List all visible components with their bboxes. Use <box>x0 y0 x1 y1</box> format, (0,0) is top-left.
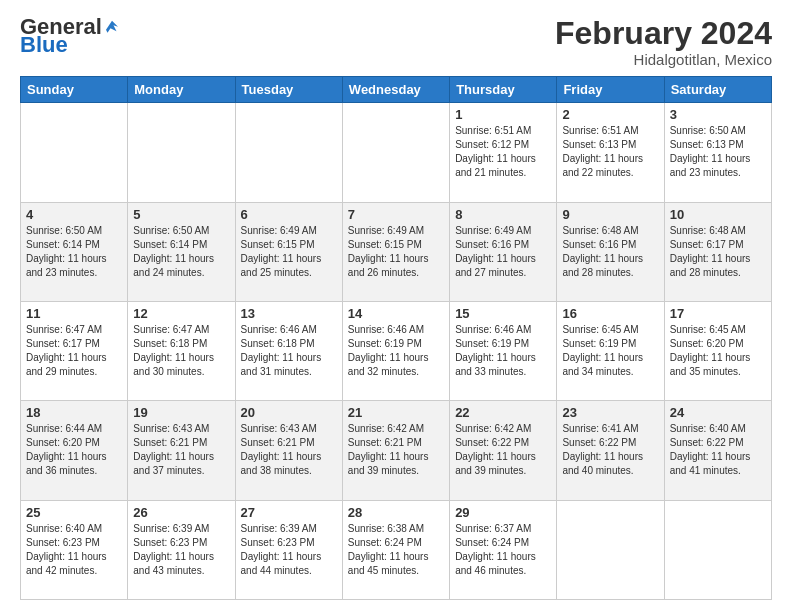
day-info: Sunrise: 6:48 AM Sunset: 6:17 PM Dayligh… <box>670 224 766 280</box>
day-info: Sunrise: 6:42 AM Sunset: 6:22 PM Dayligh… <box>455 422 551 478</box>
day-number: 26 <box>133 505 229 520</box>
calendar-week-row: 11Sunrise: 6:47 AM Sunset: 6:17 PM Dayli… <box>21 301 772 400</box>
day-info: Sunrise: 6:50 AM Sunset: 6:13 PM Dayligh… <box>670 124 766 180</box>
day-info: Sunrise: 6:43 AM Sunset: 6:21 PM Dayligh… <box>241 422 337 478</box>
col-sunday: Sunday <box>21 77 128 103</box>
table-row: 8Sunrise: 6:49 AM Sunset: 6:16 PM Daylig… <box>450 202 557 301</box>
day-number: 16 <box>562 306 658 321</box>
table-row <box>235 103 342 202</box>
col-monday: Monday <box>128 77 235 103</box>
day-number: 23 <box>562 405 658 420</box>
day-number: 2 <box>562 107 658 122</box>
table-row: 17Sunrise: 6:45 AM Sunset: 6:20 PM Dayli… <box>664 301 771 400</box>
day-info: Sunrise: 6:46 AM Sunset: 6:19 PM Dayligh… <box>348 323 444 379</box>
table-row: 24Sunrise: 6:40 AM Sunset: 6:22 PM Dayli… <box>664 401 771 500</box>
day-number: 21 <box>348 405 444 420</box>
table-row: 20Sunrise: 6:43 AM Sunset: 6:21 PM Dayli… <box>235 401 342 500</box>
col-tuesday: Tuesday <box>235 77 342 103</box>
day-info: Sunrise: 6:50 AM Sunset: 6:14 PM Dayligh… <box>26 224 122 280</box>
table-row <box>664 500 771 599</box>
calendar-header-row: Sunday Monday Tuesday Wednesday Thursday… <box>21 77 772 103</box>
calendar-week-row: 4Sunrise: 6:50 AM Sunset: 6:14 PM Daylig… <box>21 202 772 301</box>
table-row: 18Sunrise: 6:44 AM Sunset: 6:20 PM Dayli… <box>21 401 128 500</box>
page: General Blue February 2024 Hidalgotitlan… <box>0 0 792 612</box>
day-info: Sunrise: 6:44 AM Sunset: 6:20 PM Dayligh… <box>26 422 122 478</box>
calendar-week-row: 18Sunrise: 6:44 AM Sunset: 6:20 PM Dayli… <box>21 401 772 500</box>
day-info: Sunrise: 6:39 AM Sunset: 6:23 PM Dayligh… <box>133 522 229 578</box>
table-row: 19Sunrise: 6:43 AM Sunset: 6:21 PM Dayli… <box>128 401 235 500</box>
day-number: 28 <box>348 505 444 520</box>
table-row: 11Sunrise: 6:47 AM Sunset: 6:17 PM Dayli… <box>21 301 128 400</box>
col-friday: Friday <box>557 77 664 103</box>
table-row: 13Sunrise: 6:46 AM Sunset: 6:18 PM Dayli… <box>235 301 342 400</box>
table-row: 4Sunrise: 6:50 AM Sunset: 6:14 PM Daylig… <box>21 202 128 301</box>
col-wednesday: Wednesday <box>342 77 449 103</box>
day-number: 25 <box>26 505 122 520</box>
table-row: 10Sunrise: 6:48 AM Sunset: 6:17 PM Dayli… <box>664 202 771 301</box>
day-number: 18 <box>26 405 122 420</box>
calendar-week-row: 25Sunrise: 6:40 AM Sunset: 6:23 PM Dayli… <box>21 500 772 599</box>
day-number: 4 <box>26 207 122 222</box>
table-row: 5Sunrise: 6:50 AM Sunset: 6:14 PM Daylig… <box>128 202 235 301</box>
day-number: 19 <box>133 405 229 420</box>
logo-blue-text: Blue <box>20 34 68 56</box>
day-number: 6 <box>241 207 337 222</box>
title-block: February 2024 Hidalgotitlan, Mexico <box>555 16 772 68</box>
table-row <box>342 103 449 202</box>
day-info: Sunrise: 6:49 AM Sunset: 6:15 PM Dayligh… <box>241 224 337 280</box>
day-info: Sunrise: 6:41 AM Sunset: 6:22 PM Dayligh… <box>562 422 658 478</box>
table-row: 26Sunrise: 6:39 AM Sunset: 6:23 PM Dayli… <box>128 500 235 599</box>
day-info: Sunrise: 6:39 AM Sunset: 6:23 PM Dayligh… <box>241 522 337 578</box>
table-row <box>128 103 235 202</box>
table-row: 9Sunrise: 6:48 AM Sunset: 6:16 PM Daylig… <box>557 202 664 301</box>
day-info: Sunrise: 6:47 AM Sunset: 6:18 PM Dayligh… <box>133 323 229 379</box>
location: Hidalgotitlan, Mexico <box>555 51 772 68</box>
month-title: February 2024 <box>555 16 772 51</box>
day-number: 8 <box>455 207 551 222</box>
table-row: 22Sunrise: 6:42 AM Sunset: 6:22 PM Dayli… <box>450 401 557 500</box>
calendar-week-row: 1Sunrise: 6:51 AM Sunset: 6:12 PM Daylig… <box>21 103 772 202</box>
day-info: Sunrise: 6:43 AM Sunset: 6:21 PM Dayligh… <box>133 422 229 478</box>
day-info: Sunrise: 6:46 AM Sunset: 6:18 PM Dayligh… <box>241 323 337 379</box>
table-row <box>557 500 664 599</box>
table-row: 15Sunrise: 6:46 AM Sunset: 6:19 PM Dayli… <box>450 301 557 400</box>
logo-bird-icon <box>103 17 121 35</box>
logo: General Blue <box>20 16 121 56</box>
calendar-table: Sunday Monday Tuesday Wednesday Thursday… <box>20 76 772 600</box>
day-number: 1 <box>455 107 551 122</box>
day-number: 3 <box>670 107 766 122</box>
table-row: 3Sunrise: 6:50 AM Sunset: 6:13 PM Daylig… <box>664 103 771 202</box>
table-row: 2Sunrise: 6:51 AM Sunset: 6:13 PM Daylig… <box>557 103 664 202</box>
table-row: 23Sunrise: 6:41 AM Sunset: 6:22 PM Dayli… <box>557 401 664 500</box>
day-number: 12 <box>133 306 229 321</box>
day-info: Sunrise: 6:46 AM Sunset: 6:19 PM Dayligh… <box>455 323 551 379</box>
table-row: 14Sunrise: 6:46 AM Sunset: 6:19 PM Dayli… <box>342 301 449 400</box>
table-row: 28Sunrise: 6:38 AM Sunset: 6:24 PM Dayli… <box>342 500 449 599</box>
table-row: 16Sunrise: 6:45 AM Sunset: 6:19 PM Dayli… <box>557 301 664 400</box>
day-number: 14 <box>348 306 444 321</box>
day-info: Sunrise: 6:42 AM Sunset: 6:21 PM Dayligh… <box>348 422 444 478</box>
day-number: 7 <box>348 207 444 222</box>
table-row: 6Sunrise: 6:49 AM Sunset: 6:15 PM Daylig… <box>235 202 342 301</box>
day-info: Sunrise: 6:49 AM Sunset: 6:16 PM Dayligh… <box>455 224 551 280</box>
table-row: 12Sunrise: 6:47 AM Sunset: 6:18 PM Dayli… <box>128 301 235 400</box>
day-number: 20 <box>241 405 337 420</box>
day-number: 24 <box>670 405 766 420</box>
day-info: Sunrise: 6:48 AM Sunset: 6:16 PM Dayligh… <box>562 224 658 280</box>
day-number: 29 <box>455 505 551 520</box>
day-info: Sunrise: 6:45 AM Sunset: 6:19 PM Dayligh… <box>562 323 658 379</box>
day-number: 5 <box>133 207 229 222</box>
day-number: 10 <box>670 207 766 222</box>
table-row: 25Sunrise: 6:40 AM Sunset: 6:23 PM Dayli… <box>21 500 128 599</box>
day-number: 15 <box>455 306 551 321</box>
day-info: Sunrise: 6:47 AM Sunset: 6:17 PM Dayligh… <box>26 323 122 379</box>
table-row: 29Sunrise: 6:37 AM Sunset: 6:24 PM Dayli… <box>450 500 557 599</box>
day-number: 22 <box>455 405 551 420</box>
col-saturday: Saturday <box>664 77 771 103</box>
day-info: Sunrise: 6:49 AM Sunset: 6:15 PM Dayligh… <box>348 224 444 280</box>
day-number: 17 <box>670 306 766 321</box>
table-row: 27Sunrise: 6:39 AM Sunset: 6:23 PM Dayli… <box>235 500 342 599</box>
day-info: Sunrise: 6:51 AM Sunset: 6:12 PM Dayligh… <box>455 124 551 180</box>
day-info: Sunrise: 6:38 AM Sunset: 6:24 PM Dayligh… <box>348 522 444 578</box>
day-number: 11 <box>26 306 122 321</box>
